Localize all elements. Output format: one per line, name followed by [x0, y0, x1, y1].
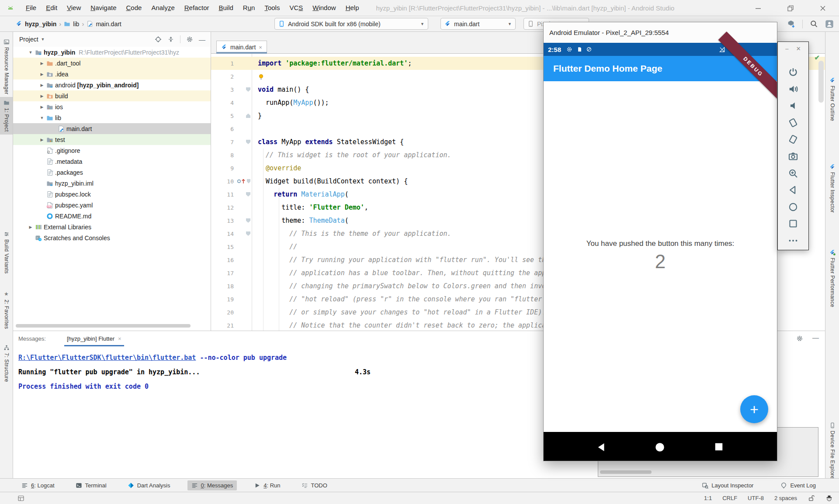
file-encoding[interactable]: UTF-8: [748, 495, 764, 501]
tree-item-pubspec-lock[interactable]: pubspec.lock: [13, 189, 211, 200]
tree-arrow[interactable]: ▶: [38, 105, 46, 109]
tree-item-external-libraries[interactable]: ▶External Libraries: [13, 221, 211, 232]
tree-item--idea[interactable]: ▶.idea: [13, 69, 211, 79]
menu-analyze[interactable]: Analyze: [146, 0, 179, 16]
camera-icon[interactable]: [788, 151, 798, 162]
menu-build[interactable]: Build: [214, 0, 238, 16]
run-configuration-selector[interactable]: main.dart ▼: [440, 18, 516, 30]
device-selector[interactable]: Android SDK built for x86 (mobile) ▼: [274, 18, 428, 30]
line-separator[interactable]: CRLF: [722, 495, 737, 501]
tree-arrow[interactable]: ▶: [38, 83, 46, 87]
tree-item--dart-tool[interactable]: ▶.dart_tool: [13, 58, 211, 69]
editor-scrollbar[interactable]: [818, 61, 824, 103]
tree-arrow[interactable]: ▶: [26, 225, 35, 229]
horizontal-scrollbar[interactable]: [16, 324, 191, 328]
caret-position[interactable]: 1:1: [704, 495, 712, 501]
rotate-right-icon[interactable]: [788, 134, 798, 145]
tree-item-pubspec-yaml[interactable]: YMLpubspec.yaml: [13, 200, 211, 211]
volume-up-icon[interactable]: [788, 84, 798, 94]
minimize-button[interactable]: –: [785, 45, 788, 52]
close-icon[interactable]: ×: [118, 335, 121, 342]
console-link[interactable]: R:\Flutter\FlutterSDK\flutter\bin\flutte…: [18, 354, 196, 362]
hide-icon[interactable]: —: [812, 334, 819, 341]
inspections-ok-icon[interactable]: ✔: [814, 54, 820, 62]
close-button[interactable]: [807, 5, 839, 12]
tree-item-scratches-and-consoles[interactable]: Scratches and Consoles: [13, 232, 211, 243]
nav-back-icon[interactable]: [596, 442, 607, 453]
tool-stripe-2-favorites[interactable]: ★2: Favorites: [0, 287, 13, 332]
console-tab-flutter[interactable]: [hyzp_yibin] Flutter ×: [64, 331, 124, 346]
home-icon[interactable]: [788, 202, 798, 212]
breadcrumb-project[interactable]: hyzp_yibin: [25, 21, 56, 28]
menu-tools[interactable]: Tools: [260, 0, 284, 16]
tool-button-6-logcat[interactable]: 6: Logcat: [17, 480, 59, 490]
menu-run[interactable]: Run: [238, 0, 260, 16]
restore-button[interactable]: [774, 5, 807, 12]
tree-item-readme-md[interactable]: README.md: [13, 211, 211, 221]
tree-arrow[interactable]: ▼: [26, 50, 35, 55]
breadcrumb-folder[interactable]: lib: [73, 21, 79, 28]
profile-icon[interactable]: [825, 20, 834, 28]
tool-stripe-7-structure[interactable]: 7: Structure: [0, 342, 13, 385]
tool-stripe-flutter-performance[interactable]: Flutter Performance: [825, 247, 839, 310]
fold-marker[interactable]: [246, 140, 250, 144]
fold-marker[interactable]: [246, 231, 250, 236]
tree-item-android[interactable]: ▶android [hyzp_yibin_android]: [13, 79, 211, 90]
nav-overview-icon[interactable]: [714, 442, 724, 452]
zoom-in-icon[interactable]: [788, 168, 798, 179]
tool-button-todo[interactable]: TODO: [298, 480, 331, 490]
fold-marker[interactable]: [246, 192, 250, 197]
overview-icon[interactable]: [788, 218, 798, 229]
tool-stripe-build-variants[interactable]: Build Variants: [0, 228, 13, 276]
gear-icon[interactable]: [186, 36, 193, 43]
tree-arrow[interactable]: ▶: [38, 94, 46, 98]
more-icon[interactable]: [788, 235, 798, 246]
inspector-icon[interactable]: [825, 494, 833, 502]
fold-marker[interactable]: [246, 87, 250, 92]
nav-home-icon[interactable]: [654, 442, 666, 453]
horizontal-scrollbar[interactable]: [600, 470, 652, 474]
menu-vcs[interactable]: VCS: [284, 0, 308, 16]
tree-arrow[interactable]: ▶: [38, 61, 46, 66]
tree-item-main-dart[interactable]: main.dart: [13, 123, 211, 134]
tree-arrow[interactable]: ▶: [38, 138, 46, 142]
tree-item-build[interactable]: ▶build: [13, 90, 211, 101]
tree-item--metadata[interactable]: .metadata: [13, 156, 211, 167]
lock-icon[interactable]: [808, 494, 815, 502]
project-panel-title[interactable]: Project: [19, 36, 38, 43]
hide-icon[interactable]: —: [199, 36, 205, 43]
search-icon[interactable]: [810, 20, 818, 28]
tool-button-0-messages[interactable]: 0: Messages: [187, 480, 237, 490]
collapse-all-icon[interactable]: [167, 36, 174, 43]
tool-button-layout-inspector[interactable]: Layout Inspector: [698, 480, 757, 490]
tool-stripe-device-file-explorer[interactable]: Device File Explorer: [825, 420, 839, 483]
menu-code[interactable]: Code: [121, 0, 147, 16]
menu-view[interactable]: View: [62, 0, 86, 16]
tree-item--packages[interactable]: .packages: [13, 167, 211, 178]
menu-file[interactable]: File: [21, 0, 41, 16]
tool-button-terminal[interactable]: Terminal: [72, 480, 111, 490]
indent-setting[interactable]: 2 spaces: [774, 495, 797, 501]
window-layout-icon[interactable]: [17, 495, 24, 502]
gear-icon[interactable]: [796, 335, 803, 342]
override-icon[interactable]: [236, 178, 246, 184]
fold-marker[interactable]: [246, 218, 250, 223]
tool-button-event-log[interactable]: Event Log: [777, 480, 820, 490]
tool-stripe-1-project[interactable]: 1: Project: [0, 97, 13, 135]
tool-stripe-flutter-outline[interactable]: Flutter Outline: [825, 75, 839, 124]
increment-fab-button[interactable]: +: [740, 395, 768, 423]
tree-item-hyzp-yibin-iml[interactable]: hyzp_yibin.iml: [13, 178, 211, 189]
menu-edit[interactable]: Edit: [41, 0, 62, 16]
intention-bulb-icon[interactable]: [258, 73, 264, 80]
tool-stripe-resource-manager[interactable]: Resource Manager: [0, 36, 13, 97]
menu-refactor[interactable]: Refactor: [180, 0, 214, 16]
tool-button-dart-analysis[interactable]: Dart Analysis: [124, 480, 174, 490]
tree-item-hyzp-yibin[interactable]: ▼hyzp_yibinR:\FlutterProject\FlutterProj…: [13, 47, 211, 58]
tree-item-ios[interactable]: ▶ios: [13, 101, 211, 112]
menu-navigate[interactable]: Navigate: [86, 0, 121, 16]
tree-arrow[interactable]: ▶: [38, 72, 46, 76]
tree-arrow[interactable]: ▼: [38, 116, 46, 120]
tool-stripe-flutter-inspector[interactable]: Flutter Inspector: [825, 161, 839, 216]
menu-window[interactable]: Window: [308, 0, 340, 16]
power-icon[interactable]: [788, 67, 798, 77]
